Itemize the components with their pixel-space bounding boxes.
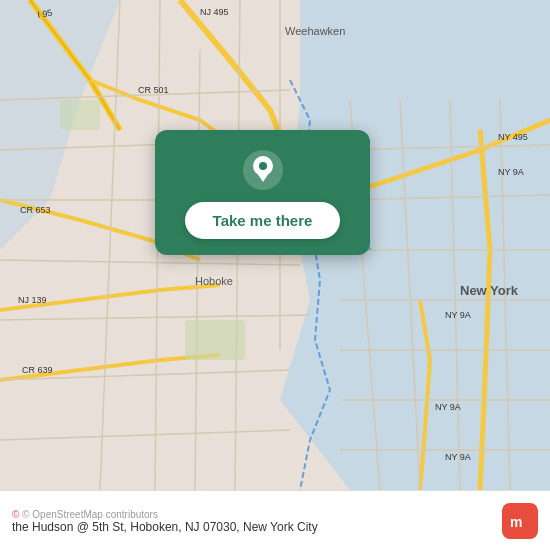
svg-text:CR 653: CR 653 bbox=[20, 205, 51, 215]
svg-text:Hoboke: Hoboke bbox=[195, 275, 233, 287]
osm-credit: © © OpenStreetMap contributors bbox=[12, 509, 494, 520]
map-container: Weehawken New York Hoboke I 95 NJ 495 CR… bbox=[0, 0, 550, 490]
moovit-logo-icon: m bbox=[502, 503, 538, 539]
svg-text:NY 9A: NY 9A bbox=[498, 167, 524, 177]
moovit-svg-icon: m bbox=[508, 511, 532, 531]
svg-text:NY 495: NY 495 bbox=[498, 132, 528, 142]
address-text: the Hudson @ 5th St, Hoboken, NJ 07030, … bbox=[12, 520, 494, 534]
svg-text:CR 639: CR 639 bbox=[22, 365, 53, 375]
svg-text:NJ 139: NJ 139 bbox=[18, 295, 47, 305]
location-pin-icon bbox=[241, 148, 285, 192]
svg-rect-41 bbox=[60, 100, 100, 130]
svg-point-44 bbox=[259, 162, 267, 170]
svg-text:New York: New York bbox=[460, 283, 519, 298]
take-me-there-button[interactable]: Take me there bbox=[185, 202, 341, 239]
svg-text:NY 9A: NY 9A bbox=[445, 452, 471, 462]
svg-text:Weehawken: Weehawken bbox=[285, 25, 345, 37]
svg-rect-40 bbox=[185, 320, 245, 360]
svg-text:NJ 495: NJ 495 bbox=[200, 7, 229, 17]
osm-credit-text: © OpenStreetMap contributors bbox=[22, 509, 158, 520]
address-section: © © OpenStreetMap contributors the Hudso… bbox=[12, 507, 494, 534]
location-card: Take me there bbox=[155, 130, 370, 255]
bottom-bar: © © OpenStreetMap contributors the Hudso… bbox=[0, 490, 550, 550]
svg-text:m: m bbox=[510, 514, 522, 530]
svg-text:CR 501: CR 501 bbox=[138, 85, 169, 95]
osm-copyright-icon: © bbox=[12, 509, 19, 520]
svg-text:NY 9A: NY 9A bbox=[435, 402, 461, 412]
svg-text:NY 9A: NY 9A bbox=[445, 310, 471, 320]
